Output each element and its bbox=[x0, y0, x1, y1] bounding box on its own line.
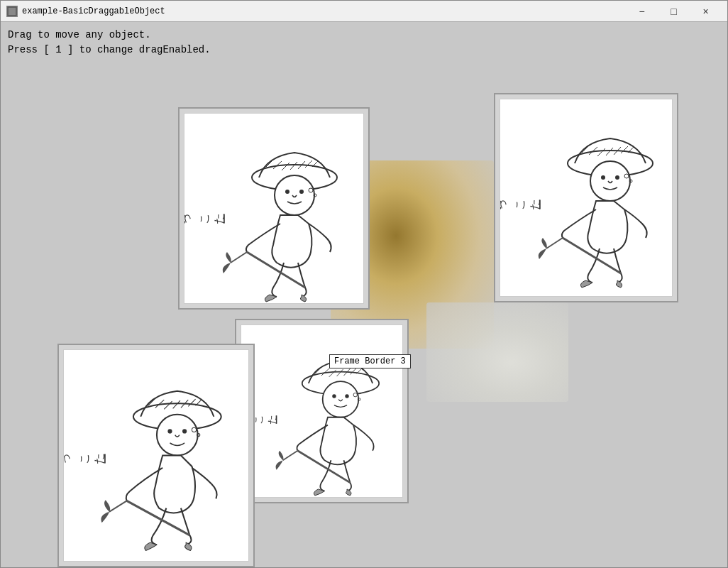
frame-inner-2: あっこたー bbox=[500, 99, 673, 297]
minimize-button[interactable]: − bbox=[626, 1, 658, 22]
gradient-box-light[interactable] bbox=[426, 302, 568, 402]
svg-line-9 bbox=[305, 160, 312, 168]
window-title: example-BasicDraggableObject bbox=[22, 6, 626, 16]
canvas-area: あっこたー bbox=[8, 65, 720, 563]
svg-line-17 bbox=[231, 252, 247, 263]
window-controls: − □ × bbox=[626, 1, 722, 22]
frame-border-tooltip: Frame Border 3 bbox=[329, 354, 411, 368]
svg-line-22 bbox=[597, 148, 605, 156]
svg-text:あっこたー: あっこたー bbox=[64, 452, 106, 465]
farmer-image-2: あっこたー bbox=[500, 99, 673, 297]
svg-line-65 bbox=[109, 501, 127, 511]
svg-point-13 bbox=[299, 190, 304, 194]
instructions: Drag to move any object. Press [ 1 ] to … bbox=[8, 28, 720, 58]
app-icon bbox=[6, 6, 18, 17]
svg-point-44 bbox=[332, 394, 336, 398]
instruction-line1: Drag to move any object. bbox=[8, 28, 720, 43]
svg-point-59 bbox=[157, 415, 198, 456]
svg-line-39 bbox=[337, 369, 343, 376]
svg-text:あっこたー: あっこたー bbox=[500, 198, 541, 210]
frame-card-3[interactable]: あっこたー bbox=[235, 319, 409, 503]
svg-text:あっこたー: あっこたー bbox=[184, 212, 225, 224]
svg-point-61 bbox=[182, 429, 187, 433]
svg-point-60 bbox=[167, 429, 172, 433]
maximize-button[interactable]: □ bbox=[658, 1, 690, 22]
svg-point-43 bbox=[323, 381, 359, 417]
instruction-line2: Press [ 1 ] to change dragEnabled. bbox=[8, 43, 720, 58]
svg-line-57 bbox=[188, 399, 195, 406]
frame-inner-1: あっこたー bbox=[184, 113, 364, 304]
close-button[interactable]: × bbox=[690, 1, 722, 22]
svg-point-29 bbox=[615, 175, 619, 180]
frame-inner-4: あっこたー bbox=[63, 349, 249, 562]
svg-point-45 bbox=[345, 394, 348, 398]
farmer-image-3: あっこたー bbox=[241, 325, 403, 498]
svg-line-7 bbox=[290, 162, 297, 170]
svg-point-12 bbox=[285, 190, 289, 194]
svg-line-25 bbox=[621, 146, 628, 153]
farmer-image-4: あっこたー bbox=[64, 350, 249, 562]
svg-point-27 bbox=[590, 161, 630, 201]
svg-line-41 bbox=[351, 368, 357, 374]
svg-point-11 bbox=[275, 175, 314, 215]
frame-card-4[interactable]: あっこたー bbox=[57, 344, 255, 567]
content-area: Drag to move any object. Press [ 1 ] to … bbox=[1, 22, 727, 567]
frame-card-2[interactable]: あっこたー bbox=[494, 93, 678, 302]
svg-line-38 bbox=[329, 370, 336, 377]
svg-line-6 bbox=[282, 163, 289, 170]
frame-inner-3: あっこたー bbox=[241, 324, 403, 498]
svg-line-33 bbox=[546, 238, 563, 248]
svg-point-28 bbox=[601, 175, 605, 180]
svg-rect-1 bbox=[9, 9, 12, 11]
farmer-image-1: あっこたー bbox=[184, 114, 364, 304]
svg-line-23 bbox=[606, 148, 613, 155]
main-window: example-BasicDraggableObject − □ × Drag … bbox=[0, 0, 728, 568]
svg-line-55 bbox=[173, 400, 180, 408]
frame-card-1[interactable]: あっこたー bbox=[178, 107, 370, 310]
titlebar: example-BasicDraggableObject − □ × bbox=[1, 1, 727, 22]
svg-line-54 bbox=[164, 401, 172, 409]
svg-line-49 bbox=[283, 451, 298, 461]
